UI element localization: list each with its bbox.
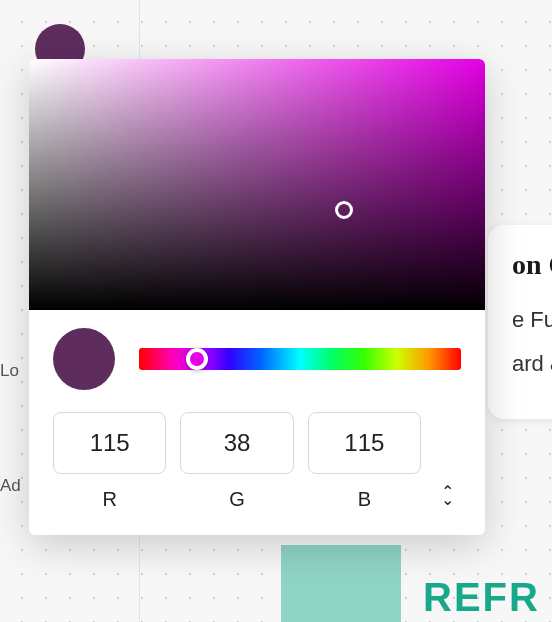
color-picker-popover: R G B ⌃ ⌄ bbox=[29, 59, 485, 535]
saturation-value-field[interactable] bbox=[29, 59, 485, 310]
hue-drag-handle[interactable] bbox=[186, 348, 208, 370]
b-label: B bbox=[358, 488, 371, 511]
card-line-2: ard & bbox=[512, 351, 552, 377]
card-line-1: e Fu bbox=[512, 307, 552, 333]
logo-text-fragment: REFR bbox=[423, 575, 540, 620]
color-preview-swatch bbox=[53, 328, 115, 390]
hue-row bbox=[29, 310, 485, 390]
teal-block bbox=[281, 545, 401, 622]
hue-slider[interactable] bbox=[139, 348, 461, 370]
card-title: on Q bbox=[512, 249, 552, 281]
g-label: G bbox=[229, 488, 245, 511]
info-card: on Q e Fu ard & bbox=[488, 225, 552, 419]
b-input[interactable] bbox=[308, 412, 421, 474]
g-input[interactable] bbox=[180, 412, 293, 474]
chevron-down-icon: ⌄ bbox=[441, 496, 454, 504]
color-mode-toggle[interactable]: ⌃ ⌄ bbox=[435, 484, 461, 508]
r-input[interactable] bbox=[53, 412, 166, 474]
sidebar-label-location: Lo bbox=[0, 361, 19, 381]
rgb-inputs-row: R G B ⌃ ⌄ bbox=[29, 390, 485, 511]
sv-drag-handle[interactable] bbox=[335, 201, 353, 219]
r-label: R bbox=[102, 488, 116, 511]
sidebar-label-add: Ad bbox=[0, 476, 21, 496]
